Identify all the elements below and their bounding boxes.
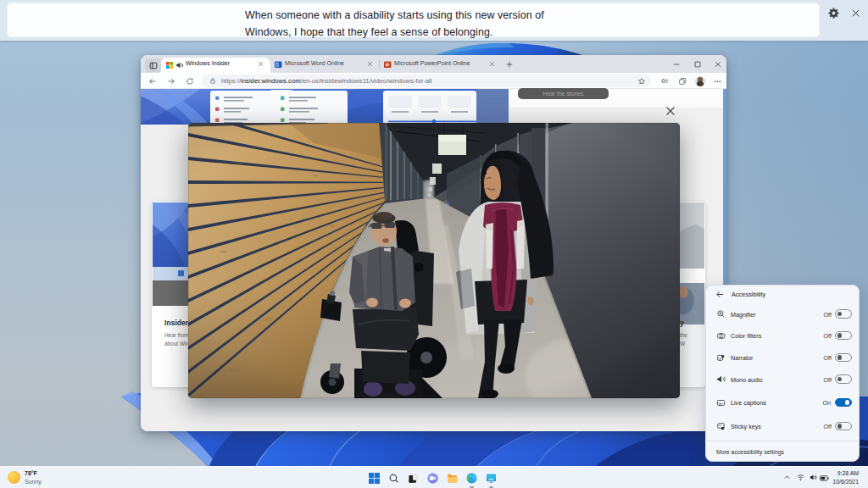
- svg-text:y: y: [680, 319, 684, 327]
- svg-text:W: W: [680, 341, 686, 347]
- svg-text:the: the: [680, 332, 687, 338]
